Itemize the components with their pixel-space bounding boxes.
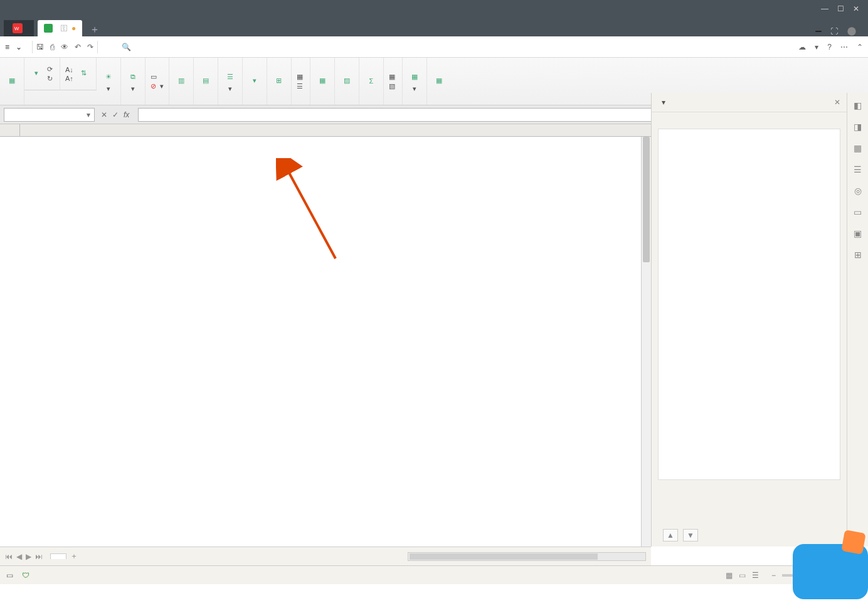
- rail-icon-2[interactable]: ◨: [854, 122, 862, 132]
- consolidate-button[interactable]: ⊞: [267, 58, 292, 105]
- command-search[interactable]: 🔍: [122, 43, 134, 51]
- minimize-button[interactable]: —: [821, 4, 828, 13]
- sort-asc-button[interactable]: A↓: [65, 66, 73, 73]
- rail-icon-7[interactable]: ▣: [854, 228, 862, 238]
- subtotal-button[interactable]: Σ: [359, 58, 384, 105]
- chevron-down-icon[interactable]: ▾: [662, 98, 665, 107]
- smart-fill-button[interactable]: ▤: [194, 58, 218, 105]
- highlight-dup-button[interactable]: ☀ ▾: [97, 58, 121, 105]
- file-menu[interactable]: ⌄: [13, 43, 22, 51]
- tab-pin-icon[interactable]: ⚿: [60, 24, 68, 33]
- rail-icon-8[interactable]: ⊞: [854, 250, 862, 260]
- close-button[interactable]: ✕: [853, 4, 859, 13]
- shield-icon: 🛡: [22, 571, 29, 580]
- merge-table-button[interactable]: ▦: [427, 58, 451, 105]
- remove-dup-button[interactable]: ▭: [151, 73, 159, 81]
- badge-accent-icon: [841, 530, 865, 554]
- doc-protected-status[interactable]: 🛡: [22, 571, 32, 580]
- chevron-down-icon[interactable]: ▾: [87, 110, 90, 119]
- text-to-columns-button[interactable]: ▥: [169, 58, 194, 105]
- objects-list[interactable]: [658, 129, 840, 480]
- sort-group: A↓ A↑ ⇅: [60, 58, 97, 90]
- show-detail-button[interactable]: ▦: [389, 73, 397, 81]
- move-down-button[interactable]: ▼: [683, 529, 698, 542]
- rail-icon-1[interactable]: ◧: [854, 100, 862, 110]
- maximize-button[interactable]: ☐: [837, 4, 844, 13]
- annotate-button[interactable]: ▾: [815, 43, 818, 51]
- hide-detail-button[interactable]: ▧: [389, 82, 397, 90]
- sheet-tab[interactable]: [50, 553, 66, 559]
- divider: [97, 41, 98, 53]
- ungroup-button[interactable]: ▨: [335, 58, 359, 105]
- sheet-nav-prev[interactable]: ◀: [16, 552, 22, 561]
- scrollbar-thumb[interactable]: [643, 137, 650, 262]
- compare-icon: ⧉: [126, 70, 140, 83]
- rail-icon-6[interactable]: ▭: [854, 207, 862, 217]
- help-icon[interactable]: ?: [827, 43, 832, 51]
- more-icon[interactable]: ⋯: [840, 43, 848, 51]
- show-all-button[interactable]: ⟳: [47, 65, 55, 73]
- grid-body[interactable]: [0, 137, 651, 547]
- group-button[interactable]: ▦: [310, 58, 335, 105]
- undo-icon[interactable]: ↶: [75, 43, 81, 51]
- gift-icon[interactable]: ⛶: [830, 27, 838, 36]
- redo-icon[interactable]: ↷: [87, 43, 93, 51]
- simulate-button[interactable]: ▦: [297, 73, 305, 81]
- validation-button[interactable]: ☰ ▾: [218, 58, 243, 105]
- print-icon[interactable]: ⎙: [50, 43, 55, 51]
- split-table-icon: ▦: [408, 70, 421, 83]
- svg-point-2: [847, 27, 855, 35]
- select-all-corner[interactable]: [0, 124, 20, 136]
- notification-badge[interactable]: [815, 31, 822, 32]
- spreadsheet-icon: [44, 24, 53, 33]
- sort-button[interactable]: ⇅: [77, 67, 91, 82]
- rail-icon-4[interactable]: ☰: [854, 164, 862, 174]
- name-box[interactable]: ▾: [4, 108, 95, 122]
- print-preview-icon[interactable]: 👁: [61, 43, 68, 51]
- dropdown-button[interactable]: ▾: [243, 58, 267, 105]
- save-icon[interactable]: 🖫: [36, 43, 44, 51]
- menu-right: ☁ ▾ ? ⋯ ⌃: [798, 43, 863, 51]
- sheet-nav-next[interactable]: ▶: [26, 552, 31, 561]
- split-table-button[interactable]: ▦ ▾: [403, 58, 427, 105]
- hamburger-icon[interactable]: ≡: [5, 43, 9, 51]
- view-page-icon[interactable]: ▭: [739, 571, 746, 580]
- pivot-group[interactable]: ▦: [0, 58, 24, 105]
- horizontal-scrollbar[interactable]: [408, 552, 646, 561]
- data-compare-button[interactable]: ⧉ ▾: [121, 58, 146, 105]
- document-tab[interactable]: ⚿ ●: [38, 20, 82, 36]
- view-split-icon[interactable]: ☰: [752, 571, 759, 580]
- scrollbar-thumb[interactable]: [410, 553, 598, 560]
- rail-icon-3[interactable]: ▦: [854, 143, 862, 153]
- sheet-nav-last[interactable]: ⏭: [35, 552, 43, 561]
- accept-formula-button[interactable]: ✓: [112, 110, 119, 119]
- new-tab-button[interactable]: ＋: [82, 23, 107, 36]
- view-normal-icon[interactable]: ▦: [726, 571, 733, 580]
- zoom-out-button[interactable]: −: [771, 571, 776, 580]
- collapse-ribbon-icon[interactable]: ⌃: [857, 43, 863, 51]
- user-avatar-icon[interactable]: [847, 26, 859, 36]
- panel-subtitle: [652, 112, 847, 125]
- move-up-button[interactable]: ▲: [663, 529, 678, 542]
- add-sheet-button[interactable]: ＋: [70, 551, 78, 562]
- vertical-scrollbar[interactable]: [641, 137, 651, 547]
- subtotal-icon: Σ: [364, 74, 378, 88]
- autofilter-button[interactable]: ▾: [29, 67, 43, 82]
- sheet-nav-first[interactable]: ⏮: [5, 552, 13, 561]
- wps-home-tab[interactable]: W: [4, 20, 34, 36]
- spreadsheet-grid: [0, 124, 651, 547]
- reject-dup-button[interactable]: ⊘ ▾: [151, 82, 164, 90]
- cloud-icon[interactable]: ☁: [798, 43, 806, 51]
- cancel-formula-button[interactable]: ✕: [101, 110, 107, 119]
- close-panel-button[interactable]: ✕: [834, 98, 840, 107]
- search-icon: 🔍: [122, 43, 131, 51]
- pivot-icon: ▦: [5, 74, 19, 88]
- sort-desc-button[interactable]: A↑: [65, 75, 73, 82]
- rail-icon-5[interactable]: ◎: [854, 186, 862, 196]
- reapply-button[interactable]: ↻: [47, 75, 55, 83]
- form-icon: ☰: [297, 82, 303, 90]
- record-form-button[interactable]: ☰: [297, 82, 305, 90]
- fx-icon[interactable]: fx: [124, 110, 129, 119]
- group-icon: ▦: [315, 74, 329, 88]
- layout-icon[interactable]: ▭: [6, 571, 13, 580]
